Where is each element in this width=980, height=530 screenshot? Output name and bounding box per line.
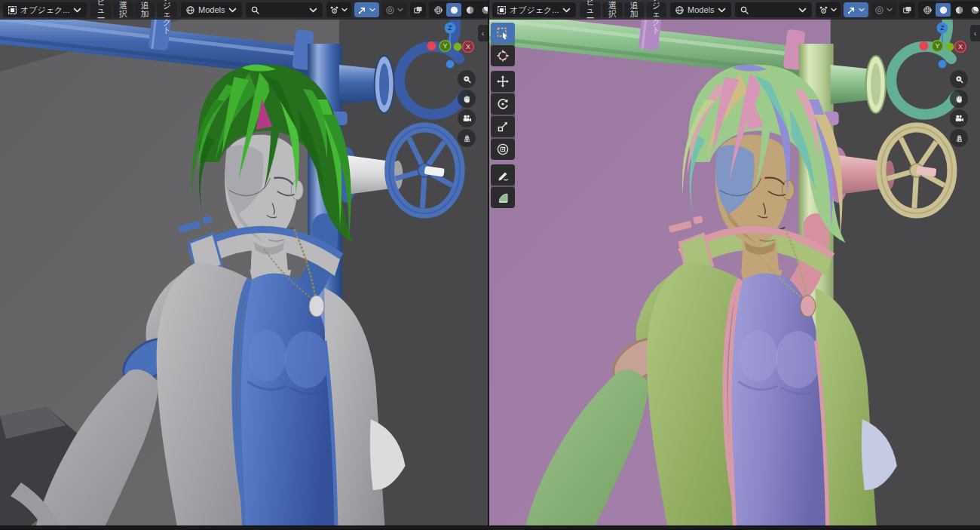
status-bar	[0, 525, 980, 530]
menu-add[interactable]: 追加	[135, 2, 155, 17]
pan-hand-button[interactable]	[950, 90, 968, 108]
tool-group	[491, 71, 515, 160]
camera-view-button[interactable]	[458, 109, 476, 127]
chevron-down-icon	[562, 5, 571, 15]
search-input[interactable]	[735, 2, 812, 17]
tool-shelf	[491, 23, 515, 208]
collection-dropdown[interactable]: Models	[670, 2, 731, 17]
viewport-left: オブジェク... ビュー選択追加オブジェクト Models ‹ Z Y	[0, 0, 488, 526]
menu-view[interactable]: ビュー	[580, 2, 600, 17]
menu-object[interactable]: オブジェクト	[646, 2, 666, 17]
globe-icon	[675, 5, 684, 15]
shading-solid-button[interactable]	[936, 3, 951, 17]
cursor-tool[interactable]	[491, 45, 515, 66]
nav-buttons	[950, 69, 977, 148]
zoom-button[interactable]	[458, 70, 476, 88]
shading-material-preview-button[interactable]	[951, 3, 966, 17]
pan-hand-button[interactable]	[458, 90, 476, 108]
collection-label: Models	[688, 6, 714, 14]
measure-tool[interactable]	[491, 187, 515, 208]
rotate-tool[interactable]	[491, 93, 515, 115]
mode-dropdown[interactable]: オブジェク...	[492, 2, 576, 17]
chevron-down-icon	[308, 5, 318, 15]
svg-text:X: X	[958, 43, 963, 51]
svg-text:Z: Z	[448, 24, 452, 32]
nav-cluster: Z Y X	[918, 21, 977, 148]
perspective-toggle-button[interactable]	[950, 129, 968, 147]
shading-rendered-button[interactable]	[478, 3, 488, 17]
xray-toggle[interactable]	[899, 2, 915, 17]
scale-tool[interactable]	[491, 116, 515, 137]
header-controls	[326, 2, 488, 18]
mode-label: オブジェク...	[510, 6, 559, 14]
globe-icon	[185, 5, 195, 15]
zoom-button[interactable]	[950, 70, 968, 88]
viewport-shading-segment	[429, 2, 488, 18]
collection-dropdown[interactable]: Models	[181, 2, 242, 17]
mode-dropdown[interactable]: オブジェク...	[3, 2, 87, 17]
viewport-header: オブジェク... ビュー選択追加オブジェクト Models	[489, 0, 980, 20]
select-box-tool[interactable]	[491, 23, 515, 44]
menu-select[interactable]: 選択	[602, 2, 623, 17]
search-input[interactable]	[246, 2, 323, 17]
axis-navigation-gizmo[interactable]: Z Y X	[918, 21, 966, 69]
nav-cluster: Z Y X	[426, 21, 485, 148]
shading-wireframe-button[interactable]	[430, 3, 446, 17]
svg-text:Z: Z	[940, 24, 945, 32]
xray-toggle[interactable]	[410, 2, 426, 17]
tool-group	[491, 164, 515, 208]
snap-toggle[interactable]	[844, 2, 868, 17]
shading-rendered-button[interactable]	[967, 3, 980, 17]
svg-text:X: X	[466, 43, 470, 51]
menu-bar: ビュー選択追加オブジェクト	[580, 2, 666, 17]
annotate-tool[interactable]	[491, 164, 515, 185]
transform-tool[interactable]	[491, 139, 515, 160]
pivot-point-dropdown[interactable]	[816, 2, 841, 17]
viewport-header: オブジェク... ビュー選択追加オブジェクト Models	[0, 0, 488, 20]
proportional-editing-toggle[interactable]	[382, 2, 407, 17]
tool-group	[491, 23, 515, 66]
chevron-down-icon	[798, 5, 807, 15]
3d-viewport-canvas-left[interactable]	[0, 0, 488, 526]
blender-window: オブジェク... ビュー選択追加オブジェクト Models ‹ Z Y	[0, 0, 980, 530]
move-tool[interactable]	[491, 71, 515, 92]
menu-select[interactable]: 選択	[113, 2, 133, 17]
pivot-point-dropdown[interactable]	[326, 2, 351, 17]
shading-wireframe-button[interactable]	[920, 3, 935, 17]
viewport-right: オブジェク... ビュー選択追加オブジェクト Models ‹ Z Y	[489, 0, 980, 526]
proportional-editing-toggle[interactable]	[871, 2, 896, 17]
object-mode-icon	[8, 5, 17, 15]
menu-view[interactable]: ビュー	[90, 2, 111, 17]
search-icon	[250, 5, 260, 15]
svg-text:Y: Y	[443, 42, 447, 50]
chevron-down-icon	[717, 5, 727, 15]
axis-navigation-gizmo[interactable]: Z Y X	[426, 21, 474, 69]
svg-text:Y: Y	[935, 42, 939, 50]
perspective-toggle-button[interactable]	[458, 129, 476, 147]
header-controls	[816, 2, 980, 18]
search-icon	[740, 5, 749, 15]
viewport-shading-segment	[918, 2, 980, 18]
3d-viewport-canvas-right[interactable]	[489, 0, 980, 526]
menu-add[interactable]: 追加	[624, 2, 645, 17]
chevron-down-icon	[228, 5, 237, 15]
camera-view-button[interactable]	[950, 109, 968, 127]
nav-buttons	[458, 69, 485, 148]
menu-object[interactable]: オブジェクト	[157, 2, 177, 17]
menu-bar: ビュー選択追加オブジェクト	[90, 2, 177, 17]
snap-toggle[interactable]	[354, 2, 379, 17]
shading-material-preview-button[interactable]	[462, 3, 477, 17]
shading-solid-button[interactable]	[446, 3, 461, 17]
chevron-down-icon	[72, 5, 82, 15]
collection-label: Models	[198, 6, 225, 14]
mode-label: オブジェク...	[20, 6, 69, 14]
object-mode-icon	[497, 5, 507, 15]
